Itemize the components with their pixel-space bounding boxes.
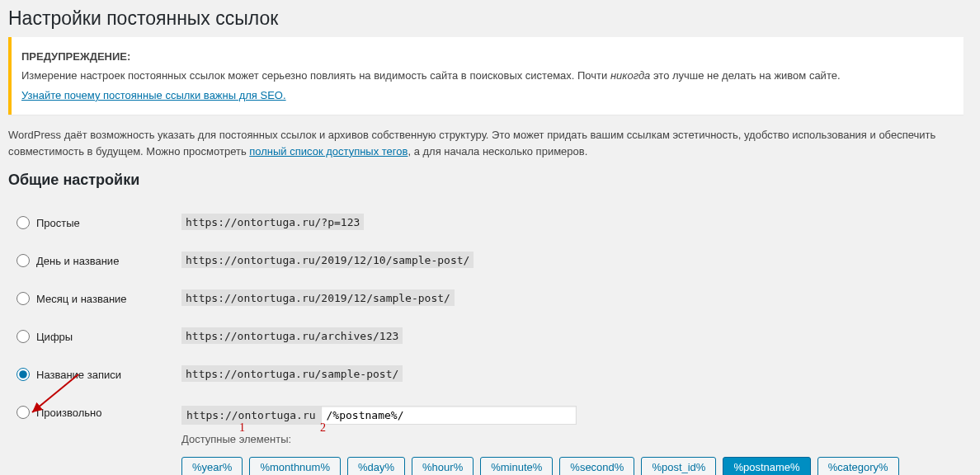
sample-numeric: https://ontortuga.ru/archives/123	[181, 327, 403, 344]
label-postname: Название записи	[36, 369, 121, 381]
radio-custom[interactable]	[16, 406, 30, 419]
tags-container: %year% %monthnum% %day% %hour% %minute% …	[181, 457, 955, 475]
tag-post-id[interactable]: %post_id%	[641, 457, 716, 475]
tag-monthnum[interactable]: %monthnum%	[249, 457, 341, 475]
option-dayname[interactable]: День и название	[16, 254, 165, 267]
page-title: Настройки постоянных ссылок	[8, 0, 964, 33]
tag-category[interactable]: %category%	[817, 457, 899, 475]
sample-dayname: https://ontortuga.ru/2019/12/10/sample-p…	[181, 252, 474, 268]
radio-monthname[interactable]	[16, 292, 30, 305]
warning-notice: ПРЕДУПРЕЖДЕНИЕ: Измерение настроек посто…	[8, 37, 964, 115]
radio-plain[interactable]	[16, 216, 30, 229]
tag-day[interactable]: %day%	[347, 457, 405, 475]
label-dayname: День и название	[36, 255, 119, 267]
custom-url-base: https://ontortuga.ru	[181, 406, 321, 425]
intro-text-after: , а для начала несколько примеров.	[408, 145, 587, 158]
label-custom: Произвольно	[36, 407, 102, 419]
label-monthname: Месяц и название	[36, 293, 127, 305]
option-plain[interactable]: Простые	[16, 216, 165, 229]
tag-year[interactable]: %year%	[181, 457, 243, 475]
warning-text-after: это лучше не делать на живом сайте.	[650, 69, 840, 82]
warning-text-em: никогда	[610, 69, 650, 82]
warning-text: Измерение настроек постоянных ссылок мож…	[21, 68, 954, 84]
tag-second[interactable]: %second%	[559, 457, 634, 475]
radio-postname[interactable]	[16, 368, 30, 381]
radio-numeric[interactable]	[16, 330, 30, 343]
option-monthname[interactable]: Месяц и название	[16, 292, 165, 305]
sample-plain: https://ontortuga.ru/?p=123	[181, 214, 364, 230]
warning-title: ПРЕДУПРЕЖДЕНИЕ:	[21, 49, 954, 65]
custom-url-input[interactable]	[321, 406, 577, 425]
available-tags-label: Доступные элементы:	[181, 433, 955, 445]
intro-tags-link[interactable]: полный список доступных тегов	[249, 145, 408, 158]
sample-monthname: https://ontortuga.ru/2019/12/sample-post…	[181, 289, 455, 306]
label-plain: Простые	[36, 217, 80, 229]
radio-dayname[interactable]	[16, 254, 30, 267]
tag-postname[interactable]: %postname%	[723, 457, 810, 475]
label-numeric: Цифры	[36, 331, 73, 343]
sample-postname: https://ontortuga.ru/sample-post/	[181, 365, 403, 382]
option-postname[interactable]: Название записи	[16, 368, 165, 381]
section-title: Общие настройки	[8, 172, 964, 189]
tag-minute[interactable]: %minute%	[480, 457, 553, 475]
option-custom[interactable]: Произвольно	[16, 406, 165, 419]
warning-text-before: Измерение настроек постоянных ссылок мож…	[21, 69, 610, 82]
option-numeric[interactable]: Цифры	[16, 330, 165, 343]
warning-seo-link[interactable]: Узнайте почему постоянные ссылки важны д…	[21, 89, 286, 101]
intro-paragraph: WordPress даёт возможность указать для п…	[8, 127, 964, 159]
tag-hour[interactable]: %hour%	[412, 457, 474, 475]
